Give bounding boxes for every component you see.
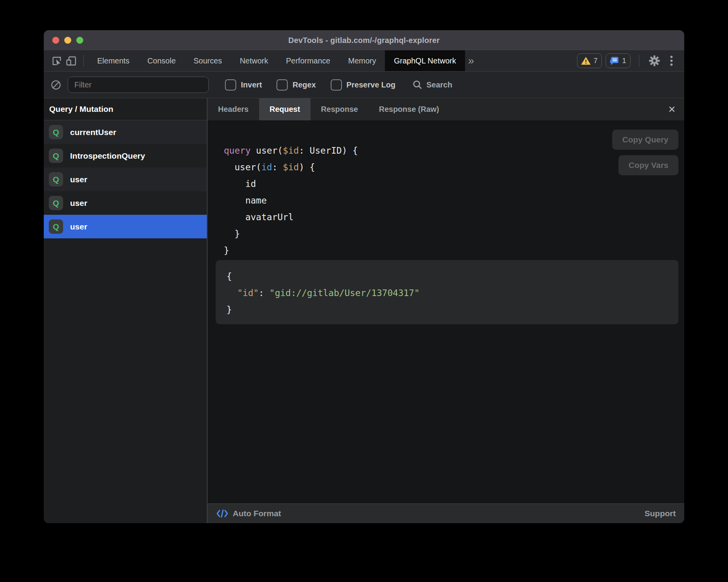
devtools-tab-memory[interactable]: Memory [339, 50, 385, 71]
checkbox-box[interactable] [225, 79, 236, 91]
search-label: Search [426, 80, 452, 89]
checkbox-label: Regex [292, 80, 316, 89]
message-count: 1 [622, 56, 626, 65]
detail-tab-headers[interactable]: Headers [208, 98, 259, 120]
search-toggle[interactable]: Search [412, 80, 452, 90]
toolbar-right-controls: 7 1 [577, 53, 678, 68]
main-split: Query / Mutation QcurrentUserQIntrospect… [44, 98, 684, 523]
devtools-tab-network[interactable]: Network [231, 50, 277, 71]
inspect-element-icon[interactable] [49, 53, 64, 68]
auto-format-label: Auto Format [233, 509, 281, 518]
query-list-item[interactable]: QIntrospectionQuery [44, 144, 207, 168]
query-type-badge: Q [49, 125, 63, 139]
query-list-panel: Query / Mutation QcurrentUserQIntrospect… [44, 98, 208, 523]
warning-icon [581, 57, 591, 65]
checkbox-box[interactable] [276, 79, 288, 91]
chat-bubble-icon [610, 57, 619, 65]
detail-tab-response-raw[interactable]: Response (Raw) [368, 98, 450, 120]
settings-gear-icon[interactable] [648, 54, 661, 67]
auto-format-button[interactable]: Auto Format [216, 509, 281, 518]
devtools-tab-graphql-network[interactable]: GraphQL Network [385, 50, 465, 71]
code-line: user(id: $id) { [224, 159, 684, 176]
regex-checkbox[interactable]: Regex [276, 79, 316, 91]
code-line: id [224, 176, 684, 192]
traffic-lights [52, 30, 83, 50]
query-name: IntrospectionQuery [70, 151, 145, 161]
query-type-badge: Q [49, 196, 63, 210]
devtools-tab-sources[interactable]: Sources [185, 50, 231, 71]
query-variables-code: { "id": "gid://gitlab/User/13704317"} [227, 268, 678, 318]
query-name: user [70, 175, 87, 184]
preserve-log-checkbox[interactable]: Preserve Log [331, 79, 396, 91]
clear-block-icon[interactable] [49, 78, 62, 91]
toolbar-divider [639, 55, 639, 67]
code-line: } [224, 242, 684, 259]
detail-footer: Auto Format Support [208, 503, 684, 523]
invert-checkbox[interactable]: Invert [225, 79, 262, 91]
code-line: avatarUrl [224, 209, 684, 226]
request-tab-content: query user($id: UserID) { user(id: $id) … [208, 120, 684, 503]
code-line: } [224, 226, 684, 242]
search-icon [412, 80, 422, 90]
graphql-query-code: query user($id: UserID) { user(id: $id) … [224, 142, 684, 259]
zoom-window-button[interactable] [76, 37, 83, 44]
devtools-toolbar: ElementsConsoleSourcesNetworkPerformance… [44, 50, 684, 72]
devtools-tab-console[interactable]: Console [138, 50, 184, 71]
support-link[interactable]: Support [645, 509, 676, 518]
more-tabs-chevron[interactable]: » [468, 55, 474, 66]
devtools-tab-performance[interactable]: Performance [277, 50, 340, 71]
copy-vars-button[interactable]: Copy Vars [618, 155, 678, 175]
code-line: "id": "gid://gitlab/User/13704317" [227, 285, 678, 301]
minimize-window-button[interactable] [64, 37, 71, 44]
query-name: user [70, 199, 87, 208]
query-type-badge: Q [49, 219, 63, 234]
query-list-header: Query / Mutation [44, 98, 207, 120]
detail-tab-response[interactable]: Response [311, 98, 369, 120]
query-list-item[interactable]: Quser [44, 168, 207, 191]
title-bar: DevTools - gitlab.com/-/graphql-explorer [44, 30, 684, 50]
window-title: DevTools - gitlab.com/-/graphql-explorer [44, 36, 684, 45]
close-detail-icon[interactable]: ✕ [668, 105, 676, 114]
query-type-badge: Q [49, 172, 63, 187]
request-detail-panel: HeadersRequestResponseResponse (Raw) ✕ q… [208, 98, 684, 523]
devtools-tab-strip: ElementsConsoleSourcesNetworkPerformance… [88, 50, 465, 71]
code-brackets-icon [216, 509, 228, 518]
devtools-tab-elements[interactable]: Elements [88, 50, 138, 71]
close-window-button[interactable] [52, 37, 59, 44]
warning-count: 7 [594, 56, 598, 65]
filter-bar: InvertRegexPreserve Log Search [44, 72, 684, 98]
detail-tab-strip: HeadersRequestResponseResponse (Raw) ✕ [208, 98, 684, 120]
query-list: QcurrentUserQIntrospectionQueryQuserQuse… [44, 120, 207, 238]
detail-tab-request[interactable]: Request [259, 98, 311, 120]
checkbox-box[interactable] [331, 79, 342, 91]
toolbar-divider [83, 55, 84, 67]
code-line: name [224, 192, 684, 209]
filter-checkboxes: InvertRegexPreserve Log [225, 79, 395, 91]
device-toolbar-icon[interactable] [64, 53, 79, 68]
issues-message-badge[interactable]: 1 [606, 53, 630, 68]
copy-query-button[interactable]: Copy Query [612, 130, 678, 150]
filter-input[interactable] [68, 77, 209, 93]
code-line: { [227, 268, 678, 285]
query-name: user [70, 222, 87, 231]
query-type-badge: Q [49, 149, 63, 163]
kebab-menu-icon[interactable] [665, 54, 678, 67]
query-variables-box: { "id": "gid://gitlab/User/13704317"} [216, 260, 678, 324]
devtools-window: DevTools - gitlab.com/-/graphql-explorer… [44, 30, 684, 523]
query-list-item[interactable]: Quser [44, 191, 207, 215]
query-list-item[interactable]: Quser [44, 215, 207, 238]
query-name: currentUser [70, 128, 116, 137]
checkbox-label: Invert [241, 80, 262, 89]
issues-warning-badge[interactable]: 7 [577, 53, 602, 68]
query-list-item[interactable]: QcurrentUser [44, 120, 207, 144]
checkbox-label: Preserve Log [347, 80, 396, 89]
code-line: } [227, 301, 678, 318]
